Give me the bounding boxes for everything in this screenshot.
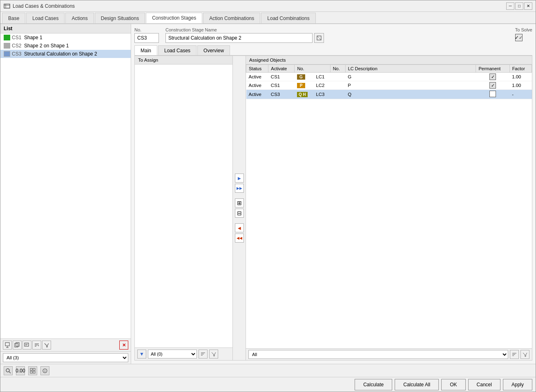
permanent-checkbox-1[interactable]: ✓ [489, 74, 496, 80]
tab-actions[interactable]: Actions [65, 13, 94, 23]
tab-main[interactable]: Main [134, 45, 157, 55]
col-permanent: Permanent [476, 65, 509, 73]
edit-name-button[interactable] [314, 33, 324, 43]
assign-sort-btn[interactable] [199, 350, 208, 359]
tab-load-combinations[interactable]: Load Combinations [261, 13, 315, 23]
assign-filter-btn2[interactable] [209, 350, 218, 359]
to-solve-checkbox[interactable]: ✓ [515, 34, 523, 41]
value-display: 0.00 [16, 366, 25, 375]
assigned-header: Assigned Objects [246, 56, 532, 65]
tab-design-situations[interactable]: Design Situations [95, 13, 145, 23]
cell-desc-g: G [345, 73, 476, 81]
add-table-row-button[interactable]: ⊞ [235, 198, 244, 207]
back-button[interactable]: ◀ [235, 223, 244, 232]
svg-rect-26 [30, 371, 32, 373]
name-label: Construction Stage Name [165, 27, 324, 32]
cs3-color [4, 51, 10, 57]
assign-content [135, 65, 232, 347]
cs3-id: CS3 [12, 51, 23, 57]
sort-button[interactable] [32, 341, 41, 350]
maximize-button[interactable]: □ [515, 2, 523, 10]
assign-filter-select[interactable]: All (0) [148, 350, 197, 359]
list-item[interactable]: CS2 Shape 2 on Shape 1 [0, 42, 131, 50]
cs1-color [4, 35, 10, 40]
form-row: No. Construction Stage Name To Solve [134, 27, 532, 43]
footer-buttons: Calculate Calculate All OK Cancel Apply [0, 377, 536, 392]
table-row[interactable]: Active CS1 G LC1 G ✓ 1.00 [246, 73, 532, 81]
cell-status-3: Active [246, 90, 268, 99]
calculate-all-button[interactable]: Calculate All [395, 379, 439, 390]
right-sort-btn[interactable] [510, 350, 519, 359]
svg-line-23 [9, 372, 11, 373]
assigned-table: Status Activate No. No. LC Description P… [246, 65, 532, 99]
calculate-button[interactable]: Calculate [355, 379, 392, 390]
window-controls: ─ □ ✕ [506, 2, 532, 10]
left-panel: List CS1 Shape 1 CS2 Shape 2 on Shape 1 … [0, 24, 131, 364]
cell-cs: CS1 [268, 73, 295, 81]
filter-btn-left[interactable] [42, 341, 51, 350]
name-input[interactable] [165, 33, 313, 43]
tab-construction-stages[interactable]: Construction Stages [146, 13, 202, 23]
close-button[interactable]: ✕ [524, 2, 532, 10]
svg-rect-7 [16, 343, 19, 346]
search-button[interactable] [4, 366, 13, 375]
cell-badge-qh: Q H [295, 90, 313, 99]
list-filter-dropdown[interactable]: All (3) [3, 353, 128, 362]
minimize-button[interactable]: ─ [506, 2, 514, 10]
to-solve-group: To Solve ✓ [515, 27, 532, 41]
tab-load-cases-inner[interactable]: Load Cases [158, 45, 197, 55]
split-panel: To Assign ▼ All (0) [134, 56, 532, 361]
back-all-button[interactable]: ◀◀ [235, 234, 244, 243]
list-filter-row: All (3) [0, 351, 131, 364]
to-solve-label: To Solve [515, 27, 532, 32]
add-item-button[interactable] [3, 341, 12, 350]
cancel-button[interactable]: Cancel [468, 379, 500, 390]
delete-item-button[interactable]: ✕ [119, 341, 128, 350]
permanent-checkbox-2[interactable]: ✓ [489, 82, 496, 89]
cs2-id: CS2 [12, 43, 23, 49]
forward-all-button[interactable]: ▶▶ [235, 184, 244, 193]
table-row[interactable]: Active CS1 P LC2 P ✓ 1.00 [246, 81, 532, 90]
transfer-buttons: ▶ ▶▶ ⊞ ⊟ ◀ ◀◀ [233, 56, 246, 360]
tab-load-cases[interactable]: Load Cases [26, 13, 65, 23]
right-filter-btn[interactable] [520, 350, 529, 359]
apply-button[interactable]: Apply [503, 379, 532, 390]
ok-button[interactable]: OK [441, 379, 465, 390]
col-activate: Activate [268, 65, 295, 73]
svg-rect-0 [4, 4, 10, 8]
assign-filter-button[interactable]: ▼ [137, 350, 146, 359]
forward-button[interactable]: ▶ [235, 174, 244, 183]
rename-item-button[interactable] [22, 341, 31, 350]
tab-action-combinations[interactable]: Action Combinations [203, 13, 260, 23]
svg-line-15 [317, 36, 321, 40]
no-input[interactable] [134, 33, 159, 43]
right-filter-select[interactable]: All [248, 350, 508, 359]
permanent-checkbox-3[interactable] [489, 91, 496, 97]
cell-cs-3: CS3 [268, 90, 295, 99]
left-toolbar: ✕ [0, 339, 131, 351]
list-item[interactable]: CS1 Shape 1 [0, 33, 131, 42]
tab-base[interactable]: Base [2, 13, 25, 23]
grid-button[interactable] [28, 366, 37, 375]
name-input-row [165, 33, 324, 43]
cs2-name: Shape 2 on Shape 1 [24, 43, 127, 49]
copy-item-button[interactable] [13, 341, 22, 350]
svg-rect-6 [15, 343, 18, 347]
status-bar: 0.00 [0, 364, 536, 377]
cell-lc1-no [330, 73, 345, 81]
assign-bottom-bar: ▼ All (0) [135, 347, 232, 360]
info-button[interactable] [40, 366, 49, 375]
right-panel: No. Construction Stage Name To Solve [131, 24, 536, 364]
right-bottom-bar: All [246, 348, 532, 360]
remove-table-row-button[interactable]: ⊟ [235, 209, 244, 218]
table-row-selected[interactable]: Active CS3 Q H LC3 Q - [246, 90, 532, 99]
cs3-name: Structural Calculation on Shape 2 [24, 51, 127, 57]
cell-perm-g: ✓ [476, 73, 509, 81]
cell-desc-q: Q [345, 90, 476, 99]
cell-factor-p: 1.00 [509, 81, 532, 90]
assigned-panel: Assigned Objects Status Activate No. No.… [246, 56, 532, 360]
cell-lc1: LC1 [313, 73, 330, 81]
window-title: Load Cases & Combinations [13, 3, 506, 9]
tab-overview[interactable]: Overview [197, 45, 230, 55]
list-item-selected[interactable]: CS3 Structural Calculation on Shape 2 [0, 50, 131, 58]
